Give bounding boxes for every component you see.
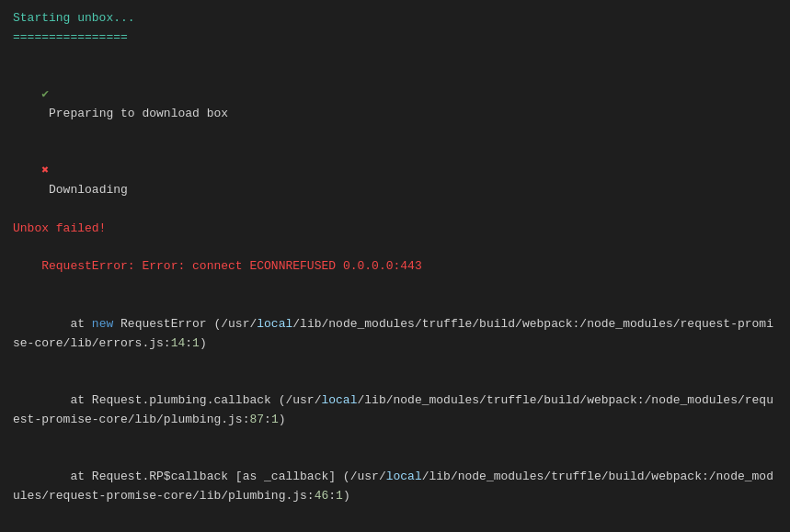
line-request-error: RequestError: Error: connect ECONNREFUSE… bbox=[13, 239, 777, 296]
stack-line-1: at new RequestError (/usr/local/lib/node… bbox=[13, 296, 777, 372]
stack-line-3: at Request.RP$callback [as _callback] (/… bbox=[13, 448, 777, 525]
stack-line-4: at self.callback (/usr/local/lib/node_mo… bbox=[13, 526, 777, 532]
line-unbox-failed: Unbox failed! bbox=[13, 220, 777, 239]
line-separator: ================ bbox=[13, 28, 777, 48]
line-preparing: ✔ Preparing to download box bbox=[13, 66, 777, 142]
downloading-text: Downloading bbox=[41, 183, 128, 197]
error-port: :443 bbox=[393, 259, 421, 273]
line-blank bbox=[13, 48, 777, 67]
stack-line-2: at Request.plumbing.callback (/usr/local… bbox=[13, 372, 777, 448]
line-starting: Starting unbox... bbox=[13, 9, 777, 28]
line-downloading: ✖ Downloading bbox=[13, 143, 777, 220]
check-icon: ✔ bbox=[41, 87, 49, 101]
error-address: 0.0.0.0 bbox=[343, 259, 394, 273]
preparing-text: Preparing to download box bbox=[41, 107, 228, 120]
request-error-label: RequestError: Error: connect ECONNREFUSE… bbox=[41, 259, 343, 273]
terminal-output: Starting unbox... ================ ✔ Pre… bbox=[13, 9, 777, 532]
cross-icon: ✖ bbox=[41, 164, 49, 177]
